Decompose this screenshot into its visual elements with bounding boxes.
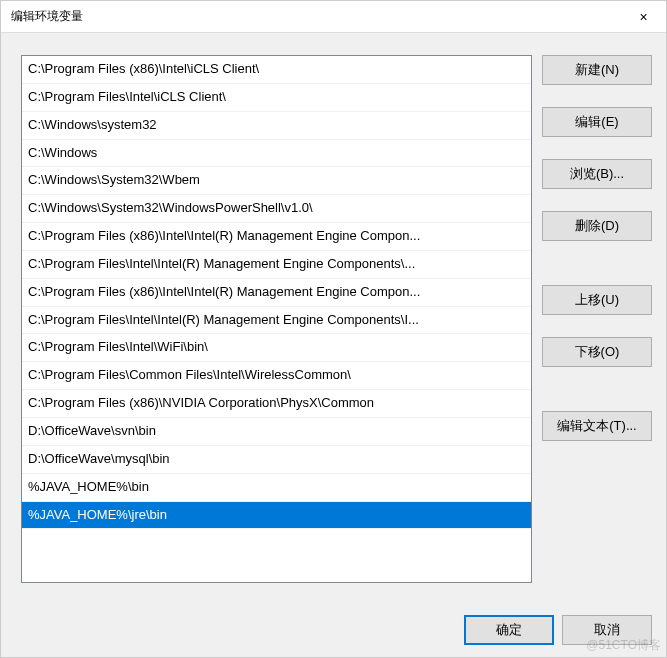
side-buttons: 新建(N) 编辑(E) 浏览(B)... 删除(D) 上移(U) 下移(O) 编… [542,55,652,601]
moveup-button[interactable]: 上移(U) [542,285,652,315]
list-item[interactable]: D:\OfficeWave\svn\bin [22,418,531,446]
edit-env-var-dialog: 编辑环境变量 × C:\Program Files (x86)\Intel\iC… [0,0,667,658]
list-item[interactable]: C:\Program Files (x86)\Intel\Intel(R) Ma… [22,223,531,251]
list-item[interactable]: C:\Windows [22,140,531,168]
list-item[interactable]: C:\Windows\system32 [22,112,531,140]
titlebar: 编辑环境变量 × [1,1,666,33]
list-item[interactable]: C:\Program Files\Intel\iCLS Client\ [22,84,531,112]
list-item[interactable]: D:\OfficeWave\mysql\bin [22,446,531,474]
list-item[interactable]: C:\Windows\System32\WindowsPowerShell\v1… [22,195,531,223]
edittext-button[interactable]: 编辑文本(T)... [542,411,652,441]
list-item[interactable]: C:\Program Files (x86)\NVIDIA Corporatio… [22,390,531,418]
list-item[interactable]: %JAVA_HOME%\bin [22,474,531,502]
delete-button[interactable]: 删除(D) [542,211,652,241]
list-item[interactable]: C:\Program Files\Intel\WiFi\bin\ [22,334,531,362]
main-area: C:\Program Files (x86)\Intel\iCLS Client… [21,55,652,601]
list-item[interactable]: C:\Program Files\Intel\Intel(R) Manageme… [22,307,531,335]
movedown-button[interactable]: 下移(O) [542,337,652,367]
list-item[interactable]: C:\Program Files\Intel\Intel(R) Manageme… [22,251,531,279]
list-item[interactable]: C:\Program Files (x86)\Intel\iCLS Client… [22,56,531,84]
window-title: 编辑环境变量 [11,8,83,25]
new-button[interactable]: 新建(N) [542,55,652,85]
ok-button[interactable]: 确定 [464,615,554,645]
dialog-footer: 确定 取消 [21,601,652,645]
list-item[interactable]: %JAVA_HOME%\jre\bin [22,502,531,530]
browse-button[interactable]: 浏览(B)... [542,159,652,189]
list-item[interactable]: C:\Program Files\Common Files\Intel\Wire… [22,362,531,390]
path-listbox[interactable]: C:\Program Files (x86)\Intel\iCLS Client… [21,55,532,583]
close-button[interactable]: × [621,1,666,33]
close-icon: × [639,9,647,25]
list-item[interactable]: C:\Windows\System32\Wbem [22,167,531,195]
list-item[interactable]: C:\Program Files (x86)\Intel\Intel(R) Ma… [22,279,531,307]
edit-button[interactable]: 编辑(E) [542,107,652,137]
dialog-content: C:\Program Files (x86)\Intel\iCLS Client… [1,33,666,657]
cancel-button[interactable]: 取消 [562,615,652,645]
